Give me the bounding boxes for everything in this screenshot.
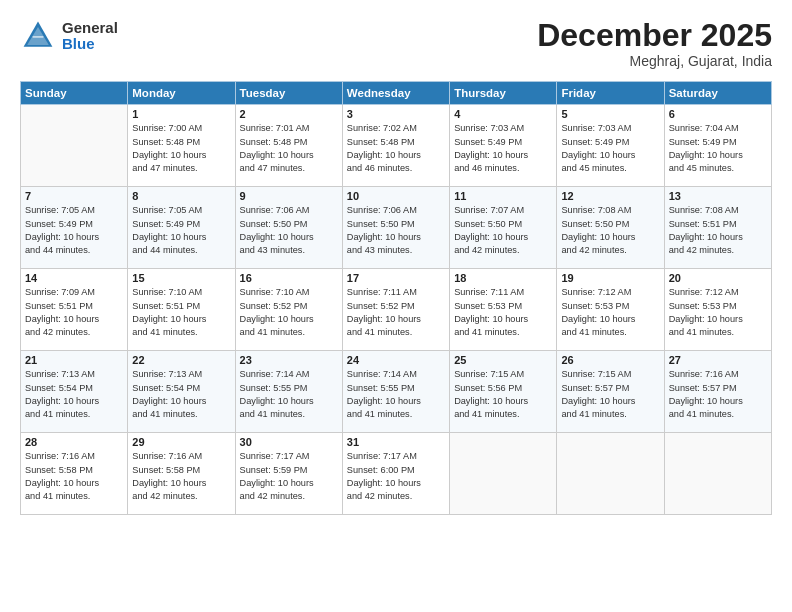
page-container: General Blue December 2025 Meghraj, Guja… — [0, 0, 792, 525]
calendar-cell: 6Sunrise: 7:04 AM Sunset: 5:49 PM Daylig… — [664, 105, 771, 187]
day-number: 3 — [347, 108, 445, 120]
calendar-cell: 31Sunrise: 7:17 AM Sunset: 6:00 PM Dayli… — [342, 433, 449, 515]
calendar-cell: 17Sunrise: 7:11 AM Sunset: 5:52 PM Dayli… — [342, 269, 449, 351]
day-info: Sunrise: 7:12 AM Sunset: 5:53 PM Dayligh… — [561, 286, 659, 339]
day-info: Sunrise: 7:15 AM Sunset: 5:57 PM Dayligh… — [561, 368, 659, 421]
day-number: 19 — [561, 272, 659, 284]
day-info: Sunrise: 7:11 AM Sunset: 5:52 PM Dayligh… — [347, 286, 445, 339]
day-info: Sunrise: 7:05 AM Sunset: 5:49 PM Dayligh… — [25, 204, 123, 257]
day-info: Sunrise: 7:08 AM Sunset: 5:50 PM Dayligh… — [561, 204, 659, 257]
calendar-cell: 18Sunrise: 7:11 AM Sunset: 5:53 PM Dayli… — [450, 269, 557, 351]
day-number: 26 — [561, 354, 659, 366]
col-thursday: Thursday — [450, 82, 557, 105]
day-info: Sunrise: 7:09 AM Sunset: 5:51 PM Dayligh… — [25, 286, 123, 339]
day-number: 10 — [347, 190, 445, 202]
calendar-table: Sunday Monday Tuesday Wednesday Thursday… — [20, 81, 772, 515]
day-info: Sunrise: 7:16 AM Sunset: 5:57 PM Dayligh… — [669, 368, 767, 421]
day-number: 8 — [132, 190, 230, 202]
day-number: 29 — [132, 436, 230, 448]
calendar-cell: 19Sunrise: 7:12 AM Sunset: 5:53 PM Dayli… — [557, 269, 664, 351]
calendar-cell: 15Sunrise: 7:10 AM Sunset: 5:51 PM Dayli… — [128, 269, 235, 351]
day-info: Sunrise: 7:11 AM Sunset: 5:53 PM Dayligh… — [454, 286, 552, 339]
col-tuesday: Tuesday — [235, 82, 342, 105]
day-info: Sunrise: 7:15 AM Sunset: 5:56 PM Dayligh… — [454, 368, 552, 421]
day-info: Sunrise: 7:17 AM Sunset: 6:00 PM Dayligh… — [347, 450, 445, 503]
day-info: Sunrise: 7:03 AM Sunset: 5:49 PM Dayligh… — [454, 122, 552, 175]
day-info: Sunrise: 7:14 AM Sunset: 5:55 PM Dayligh… — [240, 368, 338, 421]
calendar-cell — [664, 433, 771, 515]
calendar-cell: 20Sunrise: 7:12 AM Sunset: 5:53 PM Dayli… — [664, 269, 771, 351]
calendar-cell: 22Sunrise: 7:13 AM Sunset: 5:54 PM Dayli… — [128, 351, 235, 433]
calendar-cell: 23Sunrise: 7:14 AM Sunset: 5:55 PM Dayli… — [235, 351, 342, 433]
col-sunday: Sunday — [21, 82, 128, 105]
day-info: Sunrise: 7:01 AM Sunset: 5:48 PM Dayligh… — [240, 122, 338, 175]
day-number: 28 — [25, 436, 123, 448]
day-number: 7 — [25, 190, 123, 202]
day-info: Sunrise: 7:13 AM Sunset: 5:54 PM Dayligh… — [25, 368, 123, 421]
calendar-cell: 14Sunrise: 7:09 AM Sunset: 5:51 PM Dayli… — [21, 269, 128, 351]
calendar-week-1: 1Sunrise: 7:00 AM Sunset: 5:48 PM Daylig… — [21, 105, 772, 187]
day-info: Sunrise: 7:12 AM Sunset: 5:53 PM Dayligh… — [669, 286, 767, 339]
day-info: Sunrise: 7:06 AM Sunset: 5:50 PM Dayligh… — [347, 204, 445, 257]
location-subtitle: Meghraj, Gujarat, India — [537, 53, 772, 69]
day-number: 4 — [454, 108, 552, 120]
day-info: Sunrise: 7:13 AM Sunset: 5:54 PM Dayligh… — [132, 368, 230, 421]
day-info: Sunrise: 7:10 AM Sunset: 5:52 PM Dayligh… — [240, 286, 338, 339]
day-number: 21 — [25, 354, 123, 366]
calendar-cell: 11Sunrise: 7:07 AM Sunset: 5:50 PM Dayli… — [450, 187, 557, 269]
day-number: 30 — [240, 436, 338, 448]
calendar-cell: 9Sunrise: 7:06 AM Sunset: 5:50 PM Daylig… — [235, 187, 342, 269]
calendar-cell: 12Sunrise: 7:08 AM Sunset: 5:50 PM Dayli… — [557, 187, 664, 269]
day-info: Sunrise: 7:06 AM Sunset: 5:50 PM Dayligh… — [240, 204, 338, 257]
month-title: December 2025 — [537, 18, 772, 53]
day-info: Sunrise: 7:05 AM Sunset: 5:49 PM Dayligh… — [132, 204, 230, 257]
day-info: Sunrise: 7:07 AM Sunset: 5:50 PM Dayligh… — [454, 204, 552, 257]
day-number: 22 — [132, 354, 230, 366]
calendar-cell: 24Sunrise: 7:14 AM Sunset: 5:55 PM Dayli… — [342, 351, 449, 433]
col-friday: Friday — [557, 82, 664, 105]
calendar-cell — [21, 105, 128, 187]
day-number: 9 — [240, 190, 338, 202]
day-info: Sunrise: 7:02 AM Sunset: 5:48 PM Dayligh… — [347, 122, 445, 175]
day-info: Sunrise: 7:14 AM Sunset: 5:55 PM Dayligh… — [347, 368, 445, 421]
day-number: 15 — [132, 272, 230, 284]
calendar-week-3: 14Sunrise: 7:09 AM Sunset: 5:51 PM Dayli… — [21, 269, 772, 351]
day-number: 5 — [561, 108, 659, 120]
calendar-week-2: 7Sunrise: 7:05 AM Sunset: 5:49 PM Daylig… — [21, 187, 772, 269]
day-number: 13 — [669, 190, 767, 202]
col-wednesday: Wednesday — [342, 82, 449, 105]
day-number: 25 — [454, 354, 552, 366]
day-number: 12 — [561, 190, 659, 202]
calendar-cell: 27Sunrise: 7:16 AM Sunset: 5:57 PM Dayli… — [664, 351, 771, 433]
calendar-body: 1Sunrise: 7:00 AM Sunset: 5:48 PM Daylig… — [21, 105, 772, 515]
calendar-cell: 26Sunrise: 7:15 AM Sunset: 5:57 PM Dayli… — [557, 351, 664, 433]
calendar-cell — [557, 433, 664, 515]
calendar-cell: 30Sunrise: 7:17 AM Sunset: 5:59 PM Dayli… — [235, 433, 342, 515]
page-header: General Blue December 2025 Meghraj, Guja… — [20, 18, 772, 69]
calendar-header: Sunday Monday Tuesday Wednesday Thursday… — [21, 82, 772, 105]
day-number: 27 — [669, 354, 767, 366]
calendar-cell: 7Sunrise: 7:05 AM Sunset: 5:49 PM Daylig… — [21, 187, 128, 269]
calendar-cell: 8Sunrise: 7:05 AM Sunset: 5:49 PM Daylig… — [128, 187, 235, 269]
day-info: Sunrise: 7:10 AM Sunset: 5:51 PM Dayligh… — [132, 286, 230, 339]
title-block: December 2025 Meghraj, Gujarat, India — [537, 18, 772, 69]
day-number: 24 — [347, 354, 445, 366]
calendar-cell: 25Sunrise: 7:15 AM Sunset: 5:56 PM Dayli… — [450, 351, 557, 433]
calendar-week-4: 21Sunrise: 7:13 AM Sunset: 5:54 PM Dayli… — [21, 351, 772, 433]
calendar-week-5: 28Sunrise: 7:16 AM Sunset: 5:58 PM Dayli… — [21, 433, 772, 515]
calendar-cell: 5Sunrise: 7:03 AM Sunset: 5:49 PM Daylig… — [557, 105, 664, 187]
day-number: 16 — [240, 272, 338, 284]
col-monday: Monday — [128, 82, 235, 105]
calendar-cell: 1Sunrise: 7:00 AM Sunset: 5:48 PM Daylig… — [128, 105, 235, 187]
day-number: 20 — [669, 272, 767, 284]
day-number: 23 — [240, 354, 338, 366]
logo-general-text: General — [62, 20, 118, 37]
header-row: Sunday Monday Tuesday Wednesday Thursday… — [21, 82, 772, 105]
calendar-cell: 29Sunrise: 7:16 AM Sunset: 5:58 PM Dayli… — [128, 433, 235, 515]
day-info: Sunrise: 7:16 AM Sunset: 5:58 PM Dayligh… — [25, 450, 123, 503]
day-number: 18 — [454, 272, 552, 284]
calendar-cell: 2Sunrise: 7:01 AM Sunset: 5:48 PM Daylig… — [235, 105, 342, 187]
day-number: 31 — [347, 436, 445, 448]
calendar-cell: 28Sunrise: 7:16 AM Sunset: 5:58 PM Dayli… — [21, 433, 128, 515]
day-info: Sunrise: 7:04 AM Sunset: 5:49 PM Dayligh… — [669, 122, 767, 175]
